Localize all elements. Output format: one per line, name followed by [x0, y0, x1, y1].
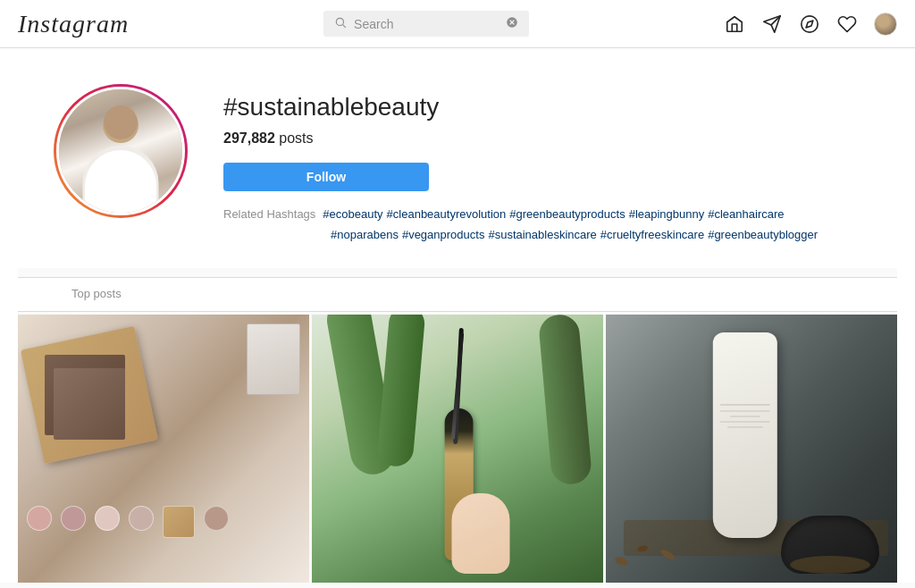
header: Instagram: [0, 0, 915, 48]
profile-section: #sustainablebeauty 297,882 posts Follow …: [18, 75, 897, 268]
related-hashtags: Related Hashtags #ecobeauty #cleanbeauty…: [223, 207, 879, 241]
search-bar[interactable]: [323, 11, 529, 37]
heart-icon[interactable]: [836, 13, 858, 35]
avatar-inner: [56, 87, 185, 215]
search-input[interactable]: [354, 17, 499, 31]
svg-line-1: [343, 25, 346, 28]
profile-avatar[interactable]: [874, 13, 897, 36]
hashtag-ecobeauty[interactable]: #ecobeauty: [323, 207, 382, 221]
top-posts-section: Top posts: [18, 268, 897, 583]
svg-point-7: [802, 15, 818, 31]
home-icon[interactable]: [724, 13, 745, 35]
hashtag-leapingbunny[interactable]: #leapingbunny: [629, 207, 705, 221]
instagram-logo: Instagram: [18, 10, 129, 38]
hashtag-noparabens[interactable]: #noparabens: [331, 228, 399, 241]
posts-count: 297,882 posts: [223, 130, 879, 147]
follow-button[interactable]: Follow: [223, 163, 429, 191]
hashtag-cleanhaircare[interactable]: #cleanhaircare: [708, 207, 784, 221]
profile-handle: #sustainablebeauty: [223, 93, 879, 122]
hashtag-veganproducts[interactable]: #veganproducts: [402, 228, 485, 241]
posts-grid: [18, 312, 897, 583]
search-icon: [334, 16, 347, 31]
explore-icon[interactable]: [799, 13, 820, 35]
related-label: Related Hashtags: [223, 207, 315, 221]
top-posts-label: Top posts: [18, 277, 897, 312]
hashtag-links: #ecobeauty #cleanbeautyrevolution #green…: [323, 207, 784, 221]
profile-info: #sustainablebeauty 297,882 posts Follow …: [223, 84, 879, 241]
avatar-ring: [54, 84, 188, 218]
hashtag-crueltyfreeskincare[interactable]: #crueltyfreeskincare: [600, 228, 704, 241]
post-thumb-1[interactable]: [18, 315, 309, 583]
hashtag-cleanbeautyrevolution[interactable]: #cleanbeautyrevolution: [387, 207, 507, 221]
svg-point-0: [336, 18, 343, 25]
header-nav: [724, 13, 897, 36]
post-thumb-2[interactable]: [312, 315, 603, 583]
main-content: #sustainablebeauty 297,882 posts Follow …: [0, 48, 915, 583]
hashtag-avatar-image: [59, 89, 182, 213]
hashtag-sustainableskincare[interactable]: #sustainableskincare: [488, 228, 596, 241]
svg-marker-8: [806, 21, 813, 28]
hashtag-avatar-wrap: [54, 84, 188, 218]
search-clear-icon[interactable]: [506, 16, 518, 31]
send-icon[interactable]: [761, 13, 783, 35]
post-thumb-3[interactable]: [606, 315, 897, 583]
hashtag-greenbeautyproducts[interactable]: #greenbeautyproducts: [509, 207, 625, 221]
hashtag-greenbeautyblogger[interactable]: #greenbeautyblogger: [708, 228, 818, 241]
